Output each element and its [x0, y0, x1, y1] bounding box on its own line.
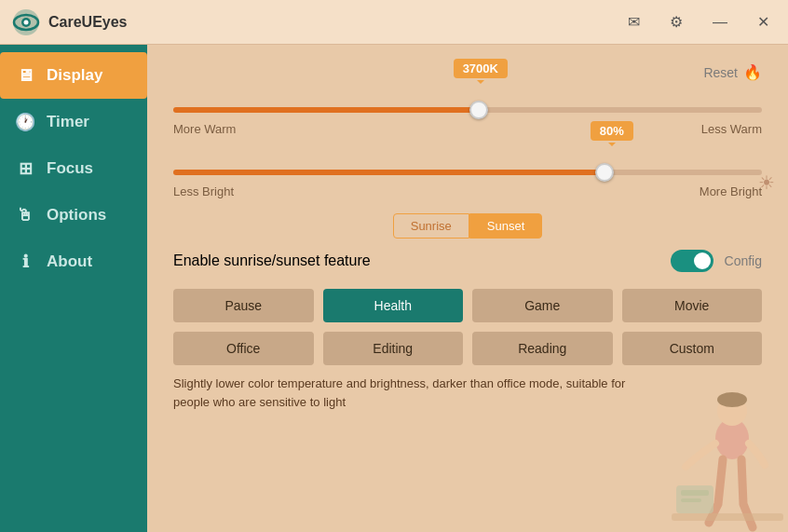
less-bright-label: Less Bright — [173, 184, 234, 198]
mail-button[interactable]: ✉ — [620, 9, 647, 34]
toggle-right: Config — [671, 250, 762, 272]
mode-description: Slightly lower color temperature and bri… — [173, 375, 658, 411]
config-link[interactable]: Config — [725, 253, 762, 268]
sidebar-item-about[interactable]: ℹ About — [0, 239, 147, 285]
more-bright-label: More Bright — [700, 184, 762, 198]
minimize-button[interactable]: — — [705, 10, 735, 34]
mode-buttons-row2: Office Editing Reading Custom — [173, 332, 762, 365]
mail-icon: ✉ — [628, 13, 640, 31]
sidebar-label-focus: Focus — [47, 159, 93, 178]
brightness-slider[interactable] — [173, 170, 762, 175]
main-layout: 🖥 Display 🕐 Timer ⊞ Focus 🖱 Options ℹ Ab… — [0, 45, 788, 532]
focus-icon: ⊞ — [15, 158, 35, 179]
temperature-section: 3700K More Warm Less Warm — [173, 89, 762, 136]
sidebar-item-focus[interactable]: ⊞ Focus — [0, 145, 147, 192]
custom-button[interactable]: Custom — [622, 332, 763, 365]
sidebar-label-options: Options — [47, 206, 106, 225]
brightness-section: 80% Less Bright More Bright ☀ — [173, 151, 762, 198]
temperature-slider[interactable] — [173, 107, 762, 113]
content-panel: Reset 🔥 3700K More Warm Less Warm 80% Le… — [147, 45, 788, 532]
movie-button[interactable]: Movie — [622, 289, 763, 322]
svg-point-3 — [24, 20, 29, 24]
sunrise-sunset-row: Sunrise Sunset — [173, 213, 762, 239]
timer-icon: 🕐 — [15, 112, 35, 132]
title-bar: CareUEyes ✉ ⚙ — ✕ — [0, 0, 788, 45]
sunset-button[interactable]: Sunset — [469, 213, 542, 239]
reset-link[interactable]: Reset — [703, 65, 738, 80]
pause-button[interactable]: Pause — [173, 289, 314, 322]
less-warm-label: Less Warm — [701, 122, 762, 136]
sidebar-label-display: Display — [47, 66, 102, 85]
sidebar-item-options[interactable]: 🖱 Options — [0, 192, 147, 239]
display-icon: 🖥 — [15, 65, 35, 86]
brightness-icon: ☀ — [758, 171, 775, 194]
flame-icon: 🔥 — [743, 63, 762, 81]
svg-rect-9 — [681, 490, 709, 496]
sidebar-item-timer[interactable]: 🕐 Timer — [0, 99, 147, 145]
sidebar-item-display[interactable]: 🖥 Display — [0, 52, 147, 99]
enable-sunrise-label: Enable sunrise/sunset feature — [173, 252, 371, 269]
svg-rect-7 — [672, 513, 783, 521]
svg-rect-10 — [681, 498, 701, 502]
temperature-slider-container: 3700K — [173, 89, 762, 116]
brightness-slider-container: 80% — [173, 151, 762, 179]
temperature-tooltip: 3700K — [454, 59, 508, 78]
app-logo — [11, 7, 41, 37]
temperature-labels: More Warm Less Warm — [173, 122, 762, 136]
brightness-tooltip: 80% — [591, 121, 633, 141]
svg-point-6 — [717, 392, 747, 407]
gear-icon: ⚙ — [670, 13, 683, 31]
options-icon: 🖱 — [15, 205, 35, 225]
reading-button[interactable]: Reading — [472, 332, 613, 365]
close-icon: ✕ — [757, 13, 769, 31]
title-bar-left: CareUEyes — [11, 7, 620, 37]
office-button[interactable]: Office — [173, 332, 314, 365]
sidebar-label-timer: Timer — [47, 113, 89, 131]
decorative-figure — [667, 383, 788, 532]
editing-button[interactable]: Editing — [323, 332, 464, 365]
minimize-icon: — — [713, 14, 727, 31]
about-icon: ℹ — [15, 252, 35, 272]
more-warm-label: More Warm — [173, 122, 236, 136]
health-button[interactable]: Health — [323, 289, 464, 322]
title-bar-right: ✉ ⚙ — ✕ — [620, 9, 777, 34]
settings-button[interactable]: ⚙ — [662, 9, 690, 34]
app-title: CareUEyes — [48, 14, 128, 31]
sunrise-button[interactable]: Sunrise — [393, 213, 469, 239]
sidebar: 🖥 Display 🕐 Timer ⊞ Focus 🖱 Options ℹ Ab… — [0, 45, 147, 532]
brightness-labels: Less Bright More Bright — [173, 184, 762, 198]
toggle-row: Enable sunrise/sunset feature Config — [173, 250, 762, 272]
sunrise-toggle[interactable] — [671, 250, 713, 272]
game-button[interactable]: Game — [472, 289, 613, 322]
mode-buttons-row1: Pause Health Game Movie — [173, 289, 762, 322]
sidebar-label-about: About — [47, 252, 92, 271]
close-button[interactable]: ✕ — [750, 9, 777, 34]
